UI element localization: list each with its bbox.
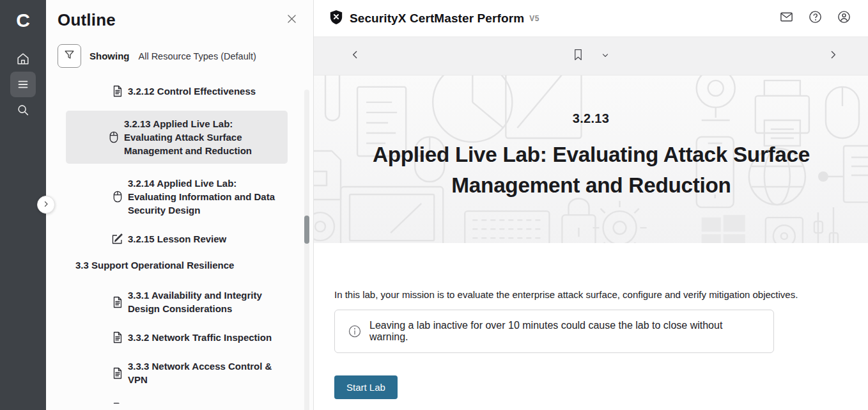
lab-icon [111, 191, 124, 203]
outline-item-label: 3.2.14 Applied Live Lab: Evaluating Info… [128, 177, 284, 217]
start-lab-button[interactable]: Start Lab [334, 375, 398, 399]
close-outline-button[interactable] [284, 13, 299, 28]
document-icon [111, 331, 124, 343]
document-icon [111, 367, 124, 379]
outline-item-label: 3.2.15 Lesson Review [128, 232, 226, 246]
document-icon [111, 402, 124, 404]
outline-list: 3.2.12 Control Effectiveness3.2.13 Appli… [46, 82, 313, 404]
outline-item[interactable]: 3.3.3 Network Access Control & VPN [107, 357, 288, 389]
app-version: V5 [529, 14, 539, 23]
filter-funnel-icon [63, 49, 75, 63]
inactivity-notice-text: Leaving a lab inactive for over 10 minut… [369, 320, 761, 343]
document-icon [111, 296, 124, 308]
lab-body: In this lab, your mission is to evaluate… [314, 243, 868, 410]
lesson-hero-banner: 3.2.13 Applied Live Lab: Evaluating Atta… [314, 75, 868, 243]
outline-item-label: 3.3.1 Availability and Integrity Design … [128, 288, 284, 315]
filter-value: All Resource Types (Default) [139, 51, 256, 61]
collapse-panel-button[interactable] [37, 196, 55, 214]
brand: SecurityX CertMaster Perform V5 [329, 10, 539, 28]
outline-scrollbar-thumb[interactable] [304, 216, 309, 244]
menu-icon [16, 77, 30, 91]
lesson-number: 3.2.13 [573, 111, 609, 126]
chevron-down-icon [601, 51, 610, 62]
search-icon [16, 103, 30, 117]
lesson-toolbar [314, 37, 868, 75]
messages-button[interactable] [779, 10, 794, 27]
account-button[interactable] [837, 10, 851, 27]
outline-menu-button[interactable] [10, 72, 36, 97]
filter-showing-label: Showing [89, 51, 130, 61]
outline-item[interactable]: 3.2.14 Applied Live Lab: Evaluating Info… [107, 174, 288, 219]
comptia-logo: C [16, 6, 30, 35]
outline-item-label: 3.2.12 Control Effectiveness [128, 84, 256, 98]
app-window: C Outli [0, 0, 868, 410]
mail-icon [779, 10, 794, 27]
outline-item[interactable]: 3.3.2 Network Traffic Inspection [107, 328, 288, 347]
outline-item-label: 3.3.2 Network Traffic Inspection [128, 331, 272, 344]
outline-panel-title: Outline [58, 10, 116, 30]
outline-panel: Outline Showing All Resource Types (Defa… [46, 0, 314, 410]
help-button[interactable] [808, 10, 823, 27]
outline-item[interactable]: 3.2.13 Applied Live Lab: Evaluating Atta… [66, 111, 288, 164]
outline-item-label: 3.3.4 Proxies [128, 402, 187, 404]
bookmark-menu-button[interactable] [601, 51, 610, 62]
lesson-title: Applied Live Lab: Evaluating Attack Surf… [353, 139, 829, 200]
rail-nav [10, 46, 36, 123]
close-icon [286, 13, 298, 28]
outline-item[interactable]: 3.3.4 Proxies [107, 399, 288, 404]
help-icon [808, 10, 823, 27]
document-icon [111, 85, 124, 97]
app-header: SecurityX CertMaster Perform V5 [314, 0, 868, 37]
icon-rail: C [0, 0, 46, 410]
securityx-shield-icon [329, 10, 343, 28]
bookmark-button[interactable] [572, 48, 584, 64]
outline-item[interactable]: 3.2.15 Lesson Review [107, 230, 288, 248]
app-title: SecurityX CertMaster Perform [350, 12, 524, 26]
main-content: SecurityX CertMaster Perform V5 [314, 0, 868, 410]
outline-item[interactable]: 3.3.1 Availability and Integrity Design … [107, 286, 288, 318]
bookmark-icon [572, 48, 584, 64]
lab-icon [107, 131, 120, 143]
outline-item-label: 3.2.13 Applied Live Lab: Evaluating Atta… [124, 117, 283, 157]
outline-item[interactable]: 3.2.12 Control Effectiveness [107, 82, 288, 100]
user-icon [837, 10, 851, 27]
search-button[interactable] [10, 97, 36, 123]
outline-scrollbar-track[interactable] [304, 90, 309, 410]
home-icon [16, 52, 30, 66]
chevron-right-icon [42, 199, 50, 210]
filter-button[interactable] [58, 44, 81, 68]
edit-icon [111, 233, 124, 245]
outline-section-header[interactable]: 3.3 Support Operational Resilience [75, 258, 313, 272]
inactivity-notice: Leaving a lab inactive for over 10 minut… [334, 310, 774, 353]
outline-item-label: 3.3.3 Network Access Control & VPN [128, 359, 284, 386]
info-icon [348, 324, 362, 338]
lab-description: In this lab, your mission is to evaluate… [334, 289, 868, 300]
home-button[interactable] [10, 46, 36, 72]
